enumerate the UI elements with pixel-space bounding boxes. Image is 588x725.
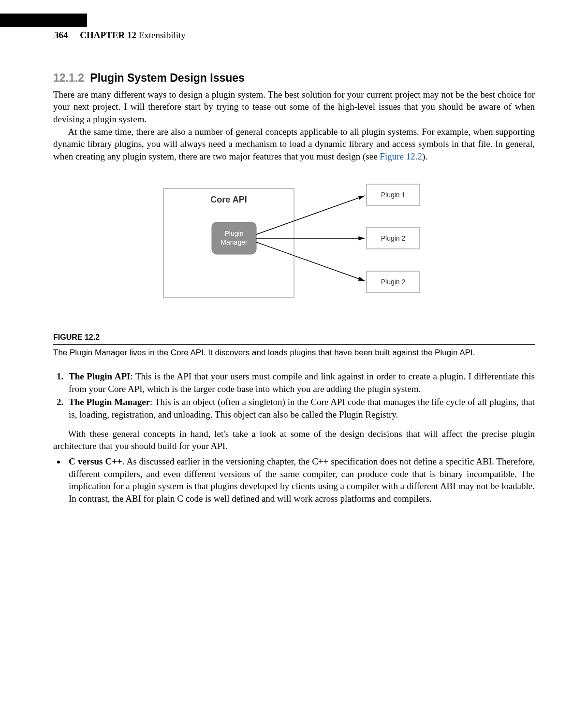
body-paragraph-2b: ).	[422, 151, 427, 161]
core-api-label: Core API	[210, 195, 247, 204]
plugin-box-1-label: Plugin 1	[381, 191, 406, 199]
bullet-plus-2: ++	[318, 456, 328, 466]
bullet-text-1: . As discussed earlier in the versioning…	[122, 456, 318, 466]
body-paragraph-2: At the same time, there are also a numbe…	[53, 126, 535, 163]
plugin-box-1: Plugin 1	[367, 184, 420, 205]
figure-rule	[53, 344, 535, 345]
page-corner-marker	[0, 14, 87, 27]
plugin-box-3: Plugin 2	[367, 271, 420, 292]
section-number: 12.1.2	[53, 72, 84, 84]
body-paragraph-2a: At the same time, there are also a numbe…	[53, 127, 535, 161]
list-item-text: : This is the API that your users must c…	[69, 371, 535, 394]
section-heading: 12.1.2 Plugin System Design Issues	[53, 71, 535, 86]
page-number: 364	[54, 30, 68, 40]
chapter-title: Extensibility	[139, 30, 186, 40]
body-paragraph-1: There are many different ways to design …	[53, 88, 535, 126]
list-item: C versus C++. As discussed earlier in th…	[66, 455, 535, 505]
bullet-list: C versus C++. As discussed earlier in th…	[53, 455, 535, 505]
list-item: The Plugin API: This is the API that you…	[66, 370, 535, 395]
list-item-term: The Plugin API	[69, 371, 130, 381]
figure-caption: The Plugin Manager lives in the Core API…	[53, 348, 535, 359]
figure-cross-reference[interactable]: Figure 12.2	[380, 151, 422, 161]
plugin-manager-box: Plugin Manager	[212, 222, 256, 254]
running-header: 364 CHAPTER 12 Extensibility	[54, 29, 535, 42]
figure-diagram: Core API Plugin Manager Plugin 1 Plugin …	[159, 181, 429, 321]
plugin-box-3-label: Plugin 2	[381, 278, 406, 286]
plugin-manager-label-2: Manager	[220, 238, 248, 246]
bullet-term: C versus C	[69, 456, 112, 466]
definition-list: The Plugin API: This is the API that you…	[53, 370, 535, 421]
figure-label: FIGURE 12.2	[53, 332, 535, 343]
figure-svg: Core API Plugin Manager Plugin 1 Plugin …	[159, 181, 429, 321]
plugin-box-2-label: Plugin 2	[381, 234, 406, 242]
chapter-label: CHAPTER 12	[80, 30, 136, 40]
plugin-manager-label-1: Plugin	[225, 230, 244, 237]
list-item-term: The Plugin Manager	[69, 397, 150, 407]
bullet-term-plus: ++	[112, 456, 122, 466]
list-item: The Plugin Manager: This is an object (o…	[66, 396, 535, 420]
body-paragraph-3: With these general concepts in hand, let…	[53, 428, 535, 452]
section-title: Plugin System Design Issues	[90, 72, 245, 84]
plugin-box-2: Plugin 2	[367, 228, 420, 249]
